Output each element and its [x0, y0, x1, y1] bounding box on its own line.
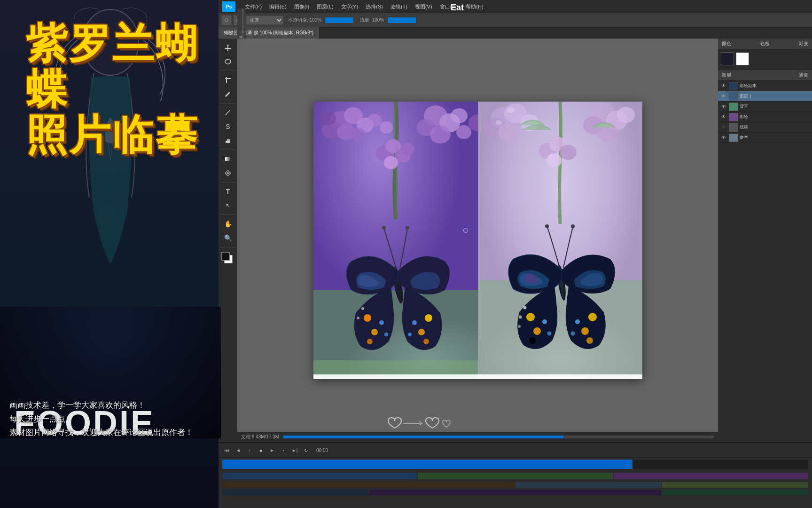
text-tool[interactable]: T	[221, 185, 234, 198]
layer-eye-3[interactable]: 👁	[720, 113, 727, 121]
svg-rect-34	[225, 78, 231, 79]
timeline-track-layer-7[interactable]	[222, 490, 368, 495]
ps-right-panels: 颜色 色板 渐变 图层 通道 👁 彩绘副本 👁	[718, 39, 812, 442]
ps-timeline: ⏮ ◄ ‹ ■ ► › ►| ↻ 00:00	[219, 442, 812, 508]
brush-type-btn[interactable]: ⬡	[221, 15, 232, 25]
layer-eye-5[interactable]: 👁	[720, 134, 727, 142]
move-tool[interactable]	[221, 41, 234, 54]
color-swatches[interactable]	[221, 252, 234, 265]
timeline-play[interactable]: ►	[267, 446, 277, 454]
menu-filter[interactable]: 滤镜(T)	[390, 3, 407, 10]
pen-tool[interactable]	[221, 167, 234, 179]
timeline-track-layer-8[interactable]	[369, 490, 662, 495]
menu-text[interactable]: 文字(Y)	[341, 3, 359, 10]
layer-name-4: 线稿	[740, 124, 810, 130]
ps-active-tab[interactable]: 蝴蝶照片临摹 @ 100% (彩绘副本, RGB/8*)	[219, 27, 320, 39]
layers-title: 图层	[722, 72, 731, 79]
timeline-next-frame[interactable]: ►|	[290, 446, 299, 454]
svg-point-67	[367, 339, 373, 344]
layer-thumb-4	[729, 123, 738, 132]
timeline-next[interactable]: ›	[279, 446, 288, 454]
layer-eye-2[interactable]: 👁	[720, 103, 727, 111]
svg-point-102	[533, 327, 541, 335]
layer-row-3[interactable]: 👁 彩绘	[718, 112, 812, 122]
eyedropper-tool[interactable]	[221, 88, 234, 100]
menu-image[interactable]: 图像(I)	[294, 3, 309, 10]
menu-layer[interactable]: 图层(L)	[317, 3, 333, 10]
svg-point-70	[361, 307, 364, 310]
timeline-time: 00:00	[316, 448, 328, 453]
svg-point-104	[542, 319, 547, 324]
opacity-slider[interactable]	[325, 17, 353, 23]
timeline-track-layer-2[interactable]	[418, 473, 612, 479]
layer-eye-4[interactable]: 👁	[720, 124, 727, 131]
timeline-track-layer-3[interactable]	[614, 473, 808, 479]
timeline-track-layer-1[interactable]	[222, 473, 417, 479]
svg-point-103	[529, 337, 536, 344]
ps-statusbar: 文档:8.43M/17.3M	[237, 432, 718, 442]
svg-point-49	[367, 114, 382, 127]
ps-menubar: Ps 文件(F) 编辑(E) 图像(I) 图层(L) 文字(Y) 选择(S) 滤…	[219, 0, 812, 13]
timeline-prev-frame[interactable]: ⏮	[222, 446, 232, 454]
menu-help[interactable]: 帮助(H)	[466, 3, 483, 10]
menu-select[interactable]: 选择(S)	[366, 3, 383, 10]
background-color[interactable]	[736, 52, 749, 65]
svg-point-62	[384, 156, 398, 169]
subtitle-line-1: 画画技术差，学一学大家喜欢的风格！	[9, 399, 216, 413]
drawing-panel-svg	[478, 102, 642, 379]
layer-row-1[interactable]: 👁 图层 1	[718, 91, 812, 102]
ps-logo: Ps	[222, 1, 235, 12]
tool-divider-4	[220, 182, 235, 183]
svg-point-50	[319, 111, 336, 126]
path-select-tool[interactable]: ↖	[221, 199, 234, 212]
svg-point-68	[379, 320, 384, 325]
timeline-prev[interactable]: ‹	[245, 446, 254, 454]
layer-row-0[interactable]: 👁 彩绘副本	[718, 81, 812, 91]
ps-canvas-area	[237, 39, 718, 442]
timeline-track-layer-9[interactable]	[662, 490, 808, 495]
svg-rect-37	[226, 141, 230, 143]
timeline-play-back[interactable]: ◄	[234, 446, 243, 454]
hearts-decoration	[385, 414, 456, 435]
layer-thumb-0	[729, 82, 738, 90]
eraser-tool[interactable]	[221, 135, 234, 147]
timeline-stop[interactable]: ■	[256, 446, 265, 454]
svg-point-36	[226, 114, 227, 115]
reference-photo	[313, 102, 478, 379]
menu-view[interactable]: 视图(V)	[415, 3, 432, 10]
svg-point-57	[456, 125, 471, 139]
flow-slider[interactable]	[388, 17, 416, 23]
timeline-controls: ⏮ ◄ ‹ ■ ► › ►| ↻ 00:00	[219, 443, 812, 458]
layer-row-2[interactable]: 👁 背景	[718, 102, 812, 112]
timeline-loop[interactable]: ↻	[301, 446, 311, 454]
menu-file[interactable]: 文件(F)	[245, 3, 262, 10]
brush-tool[interactable]	[221, 106, 234, 119]
timeline-track-layer-5[interactable]	[515, 482, 662, 488]
menu-edit[interactable]: 编辑(E)	[269, 3, 287, 10]
eat-text-label: Eat	[447, 0, 468, 16]
layer-row-5[interactable]: 👁 参考	[718, 133, 812, 143]
tool-divider-5	[220, 214, 235, 215]
zoom-tool[interactable]: 🔍	[221, 232, 234, 244]
brush-mode-select[interactable]: 正常 正片叠底	[246, 16, 283, 25]
crop-tool[interactable]	[221, 74, 234, 86]
timeline-track-layer-4[interactable]	[222, 482, 515, 488]
tool-divider-3	[220, 150, 235, 150]
drawing-panel	[478, 102, 642, 379]
channels-title: 通道	[799, 72, 808, 79]
lasso-tool[interactable]	[221, 56, 234, 68]
timeline-track-1[interactable]	[222, 460, 808, 469]
layer-eye-1[interactable]: 👁	[720, 93, 727, 100]
layer-eye-0[interactable]: 👁	[720, 82, 727, 90]
reference-photo-svg	[313, 102, 478, 379]
svg-point-108	[518, 325, 521, 328]
svg-rect-33	[226, 77, 227, 83]
timeline-track-layer-6[interactable]	[662, 482, 808, 488]
clone-tool[interactable]: S	[221, 120, 234, 133]
gradient-tool[interactable]	[221, 153, 234, 165]
hand-tool[interactable]: ✋	[221, 218, 234, 230]
foreground-color[interactable]	[721, 52, 734, 65]
svg-point-32	[225, 59, 231, 64]
layer-row-4[interactable]: 👁 线稿	[718, 122, 812, 133]
svg-point-107	[518, 316, 522, 319]
